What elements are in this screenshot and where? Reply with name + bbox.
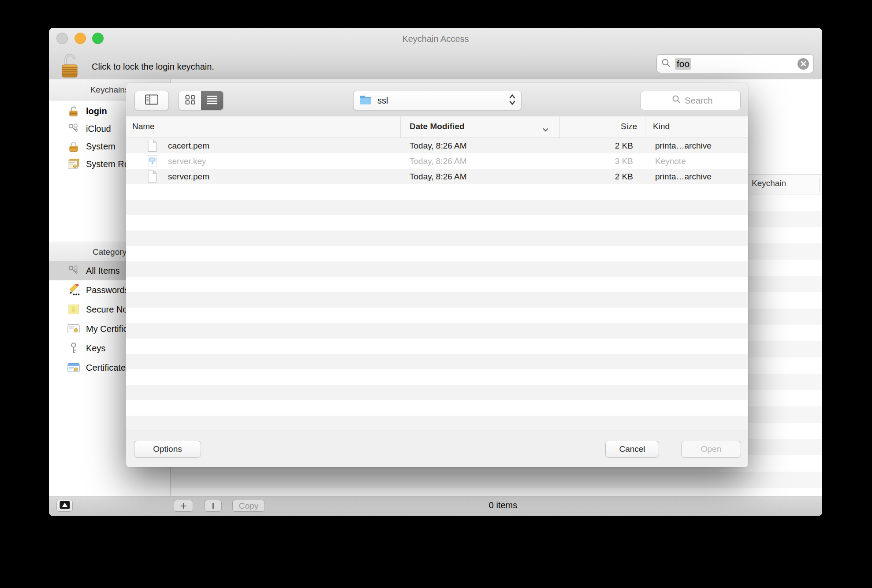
options-button[interactable]: Options [134, 441, 201, 458]
search-icon [672, 95, 681, 106]
file-list[interactable]: cacert.pem Today, 8:26 AM 2 KB printa…ar… [126, 138, 748, 431]
popup-chevrons-icon [509, 93, 516, 108]
bottom-bar: + i Copy 0 items [49, 496, 822, 516]
locked-padlock-small-icon [67, 141, 80, 152]
sidebar-toggle-icon [145, 94, 158, 107]
file-size: 2 KB [563, 141, 633, 151]
list-view-icon [205, 94, 219, 107]
dialog-toolbar: ssl Search [126, 83, 748, 117]
search-input-value[interactable]: foo [675, 58, 691, 70]
certificate-blue-icon [67, 363, 80, 372]
dialog-search-field[interactable]: Search [641, 91, 741, 110]
window-title: Keychain Access [49, 34, 822, 44]
plus-icon: + [180, 499, 186, 513]
file-kind: printa…archive [655, 172, 712, 182]
clear-search-icon[interactable] [797, 58, 809, 70]
column-header-size[interactable]: Size [563, 122, 637, 131]
column-header-kind[interactable]: Kind [653, 122, 670, 131]
my-certificate-icon [67, 324, 80, 334]
grid-view-icon [185, 95, 196, 107]
unlocked-padlock-small-icon [67, 105, 80, 117]
keychain-column-header[interactable]: Keychain [752, 179, 786, 188]
open-button[interactable]: Open [681, 441, 741, 458]
column-divider[interactable] [819, 177, 820, 192]
file-name: server.pem [168, 172, 209, 182]
unlocked-padlock-icon[interactable] [60, 51, 79, 78]
pencil-dots-icon [67, 284, 80, 296]
file-row-server-key[interactable]: server.key Today, 8:26 AM 3 KB Keynote [126, 153, 748, 169]
file-row-cacert-pem[interactable]: cacert.pem Today, 8:26 AM 2 KB printa…ar… [126, 138, 748, 153]
keys-bunch-icon [67, 123, 80, 135]
toggle-keychains-button[interactable] [56, 500, 73, 512]
column-header-date-modified[interactable]: Date Modified [410, 122, 465, 131]
status-item-count: 0 items [459, 500, 547, 510]
panel-triangle-icon [60, 501, 70, 511]
file-size: 3 KB [563, 156, 633, 166]
file-size: 2 KB [563, 172, 633, 182]
icon-view-button[interactable] [179, 91, 201, 110]
file-row-server-pem[interactable]: server.pem Today, 8:26 AM 2 KB printa…ar… [126, 169, 748, 184]
key-icon [67, 342, 80, 354]
info-button[interactable]: i [205, 500, 222, 512]
dialog-table-header: Name Date Modified Size Kind [126, 116, 748, 138]
document-icon [147, 170, 157, 185]
file-date: Today, 8:26 AM [410, 156, 467, 166]
document-icon [147, 139, 157, 154]
file-kind: Keynote [655, 156, 686, 166]
keynote-document-icon [147, 155, 157, 170]
open-file-dialog: ssl Search Name Date Modified Size Kind [126, 83, 748, 467]
column-header-name[interactable]: Name [132, 122, 155, 131]
selected-folder-name: ssl [377, 96, 388, 106]
secure-note-icon [67, 304, 80, 315]
certificates-stack-icon [67, 158, 80, 170]
sort-descending-icon [542, 124, 549, 134]
keys-bunch-icon [67, 264, 80, 277]
file-date: Today, 8:26 AM [410, 141, 467, 151]
info-icon: i [212, 501, 214, 511]
search-icon [661, 58, 671, 70]
file-kind: printa…archive [655, 141, 712, 151]
file-name: server.key [168, 156, 206, 166]
file-date: Today, 8:26 AM [410, 172, 467, 182]
view-mode-segmented-control [179, 91, 224, 110]
lock-message: Click to lock the login keychain. [92, 61, 214, 72]
file-name: cacert.pem [168, 141, 209, 151]
add-item-button[interactable]: + [174, 500, 193, 512]
titlebar[interactable]: Keychain Access Click to lock the login … [49, 28, 822, 80]
folder-icon [359, 94, 372, 107]
dialog-footer: Options Cancel Open [126, 431, 748, 467]
list-view-button[interactable] [201, 91, 223, 110]
folder-popup-menu[interactable]: ssl [353, 91, 522, 110]
sidebar-toggle-button[interactable] [134, 91, 169, 110]
dialog-search-placeholder: Search [685, 96, 712, 106]
copy-button[interactable]: Copy [232, 500, 265, 512]
main-search-field[interactable]: foo [656, 54, 814, 73]
cancel-button[interactable]: Cancel [605, 441, 659, 458]
